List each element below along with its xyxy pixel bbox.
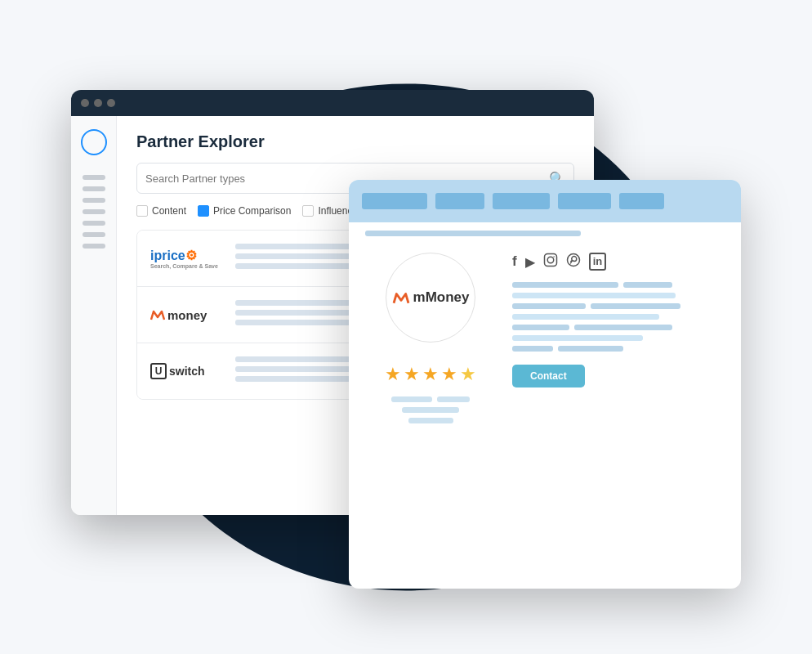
detail-tab-2[interactable] [435,193,484,209]
sidebar [71,116,117,515]
sidebar-item-1[interactable] [83,175,105,180]
browser-titlebar [71,90,594,116]
right-ph-row-2 [512,293,725,298]
mmoney-logo-area: money [150,308,224,322]
sidebar-item-3[interactable] [83,198,105,203]
right-ph-4 [512,314,659,320]
iprice-logo-area: iprice⚙ Search, Compare & Save [150,248,224,269]
mmoney-text: money [167,308,207,322]
mmoney-detail-icon [392,290,410,305]
uswitch-logo: U switch [150,363,224,379]
linkedin-icon[interactable]: in [589,253,607,271]
star-2: ★ [404,364,420,385]
mmoney-detail-logo: mMoney [392,289,470,306]
filter-price-comparison-label: Price Comparison [213,205,291,217]
detail-left-ph-2 [402,407,459,413]
window-dot-1 [81,99,89,107]
star-1: ★ [385,364,401,385]
detail-left-ph-3 [408,418,453,423]
uswitch-text: switch [169,365,205,378]
window-dot-2 [94,99,102,107]
right-ph-row-7 [512,346,725,352]
detail-logo-circle: mMoney [386,253,475,343]
detail-tab-3[interactable] [493,193,550,209]
whatsapp-icon[interactable] [566,253,581,271]
facebook-icon[interactable]: f [512,253,517,270]
star-4: ★ [441,364,457,385]
detail-left-ph-1b [437,396,470,402]
star-5: ★ [460,364,476,385]
youtube-icon[interactable]: ▶ [525,254,535,270]
right-ph-5b [574,325,672,330]
svg-point-3 [567,254,579,267]
contact-button[interactable]: Contact [512,365,585,387]
scene-container: Partner Explorer 🔍 Content Price Compari… [71,65,741,589]
detail-left-ph-1 [391,396,470,402]
checkbox-content[interactable] [136,205,148,217]
right-ph-5a [512,325,569,330]
detail-left: mMoney ★ ★ ★ ★ ★ [365,253,496,428]
checkbox-price-comparison[interactable] [198,205,209,217]
detail-left-ph-2a [402,407,459,413]
right-ph-row-5 [512,325,725,330]
detail-left-ph-3a [408,418,453,423]
detail-left-ph-1a [391,396,432,402]
uswitch-u-box: U [150,363,167,379]
right-ph-7b [558,346,623,352]
uswitch-logo-area: U switch [150,363,224,379]
right-ph-2 [512,293,676,298]
filter-price-comparison[interactable]: Price Comparison [198,205,291,217]
sidebar-item-4[interactable] [83,209,105,214]
checkbox-influencers[interactable] [302,205,314,217]
mmoney-logo: money [150,308,224,322]
right-ph-3a [512,303,586,309]
filter-content-label: Content [152,205,186,217]
detail-tab-4[interactable] [558,193,611,209]
right-ph-row-4 [512,314,725,320]
mmoney-m-icon [150,308,165,321]
detail-tab-5[interactable] [619,193,664,209]
filter-content[interactable]: Content [136,205,186,217]
right-ph-7a [512,346,553,352]
svg-point-1 [547,257,554,263]
detail-card: mMoney ★ ★ ★ ★ ★ [349,180,741,589]
svg-rect-0 [544,254,556,267]
sidebar-item-2[interactable] [83,186,105,191]
detail-sub-line [365,231,581,236]
instagram-icon[interactable] [543,253,558,271]
right-ph-row-1 [512,282,725,288]
svg-point-2 [553,256,555,258]
sidebar-logo [81,129,107,155]
mmoney-detail-text: mMoney [413,289,470,306]
sidebar-item-7[interactable] [83,244,105,249]
right-ph-1b [623,282,672,288]
detail-body: mMoney ★ ★ ★ ★ ★ [349,236,741,445]
social-icons-row: f ▶ in [512,253,725,271]
right-ph-1a [512,282,618,288]
right-ph-3b [591,303,680,309]
sidebar-item-6[interactable] [83,232,105,237]
detail-sub-header [349,222,741,236]
right-ph-6 [512,335,643,341]
detail-header [349,180,741,222]
detail-tab-1[interactable] [362,193,427,209]
right-ph-row-3 [512,303,725,309]
iprice-logo: iprice⚙ Search, Compare & Save [150,248,224,269]
star-rating: ★ ★ ★ ★ ★ [385,364,476,385]
page-title: Partner Explorer [136,132,574,151]
right-ph-row-6 [512,335,725,341]
detail-right: f ▶ in [512,253,725,428]
window-dot-3 [107,99,115,107]
star-3: ★ [422,364,439,385]
sidebar-item-5[interactable] [83,221,105,226]
